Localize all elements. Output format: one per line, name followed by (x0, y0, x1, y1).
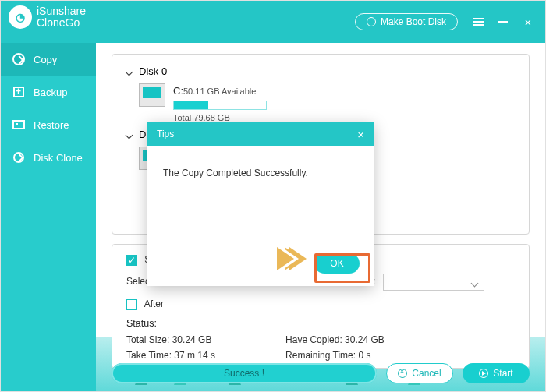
partition-select[interactable] (383, 274, 484, 291)
status-have-copied: Have Copied: 30.24 GB (285, 332, 385, 348)
play-icon (479, 369, 488, 378)
status-right: Have Copied: 30.24 GB Remaining Time: 0 … (285, 332, 385, 364)
progress-label: Success ! (224, 368, 264, 379)
disk0-header[interactable]: Disk 0 (126, 65, 515, 77)
cancel-icon (398, 369, 407, 378)
logo-text: iSunshare CloneGo (37, 5, 86, 30)
status-title: Status: (126, 318, 515, 329)
app-window: Make Boot Disk × ◔ iSunshare CloneGo Cop… (0, 0, 546, 392)
dialog-close-button[interactable]: × (357, 128, 364, 141)
logo-icon: ◔ (9, 5, 32, 29)
annotation-highlight (314, 253, 370, 283)
close-icon: × (525, 16, 532, 29)
close-button[interactable]: × (522, 16, 534, 28)
cancel-label: Cancel (412, 368, 441, 379)
app-logo: ◔ iSunshare CloneGo (9, 5, 86, 30)
make-boot-label: Make Boot Disk (381, 16, 446, 27)
sidebar-item-label: Restore (34, 119, 69, 131)
dialog-message: The Copy Completed Successfully. (147, 146, 374, 178)
drive-c-row[interactable]: C:50.11 GB Available Total 79.68 GB (139, 83, 515, 124)
status-section: Status: Total Size: 30.24 GB Take Time: … (126, 318, 515, 364)
drive-available: 50.11 GB Available (183, 87, 256, 96)
option-after-row: After (126, 298, 515, 310)
dialog-titlebar: Tips × (147, 122, 374, 146)
after-label: After (144, 298, 164, 309)
disc-icon (367, 17, 376, 26)
minimize-button[interactable] (497, 16, 509, 28)
window-controls: × (472, 16, 534, 28)
sidebar-item-label: Copy (34, 54, 57, 65)
restore-icon (12, 118, 26, 132)
drive-info: C:50.11 GB Available Total 79.68 GB (173, 83, 267, 124)
make-boot-disk-button[interactable]: Make Boot Disk (355, 13, 458, 30)
logo-line1: iSunshare (37, 5, 86, 17)
disk-clone-icon (12, 150, 26, 164)
sidebar-item-copy[interactable]: Copy (1, 43, 96, 76)
disk0-label: Disk 0 (139, 65, 167, 77)
progress-bar: Success ! (112, 363, 377, 383)
usage-bar-fill (174, 101, 208, 109)
status-remaining: Remaining Time: 0 s (285, 348, 385, 363)
copy-icon (12, 52, 26, 66)
drive-letter: C: (173, 85, 183, 97)
menu-button[interactable] (472, 16, 484, 28)
set-checkbox[interactable]: ✓ (126, 255, 137, 266)
sidebar: Copy Backup Restore Disk Clone (1, 43, 96, 391)
arrow-icon (277, 247, 294, 270)
dialog-title: Tips (157, 129, 174, 139)
start-button[interactable]: Start (463, 363, 530, 383)
status-total-size: Total Size: 30.24 GB (126, 332, 215, 348)
drive-icon (139, 83, 165, 107)
start-label: Start (493, 368, 512, 379)
minimize-icon (498, 21, 508, 23)
status-left: Total Size: 30.24 GB Take Time: 37 m 14 … (126, 332, 215, 364)
usage-bar (173, 101, 267, 110)
backup-icon (12, 85, 26, 99)
footer-buttons: Success ! Cancel Start (112, 363, 530, 383)
logo-line2: CloneGo (37, 17, 86, 29)
menu-icon (473, 18, 484, 26)
sidebar-item-restore[interactable]: Restore (1, 108, 96, 141)
status-take-time: Take Time: 37 m 14 s (126, 348, 215, 363)
annotation-arrow (277, 239, 316, 278)
after-checkbox[interactable] (126, 299, 137, 310)
chevron-down-icon (126, 68, 134, 76)
sidebar-item-disk-clone[interactable]: Disk Clone (1, 141, 96, 174)
sidebar-item-label: Backup (34, 87, 67, 98)
chevron-down-icon (126, 131, 134, 139)
cancel-button[interactable]: Cancel (386, 363, 453, 383)
sidebar-item-backup[interactable]: Backup (1, 76, 96, 108)
sidebar-item-label: Disk Clone (34, 152, 83, 164)
